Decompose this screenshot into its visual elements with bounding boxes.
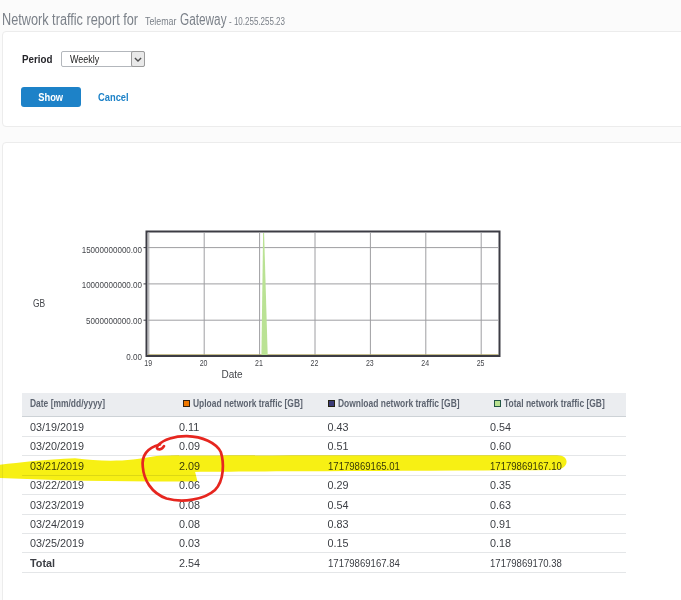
svg-text:20: 20 [200,358,208,368]
svg-text:24: 24 [421,358,429,368]
svg-text:23: 23 [366,358,374,368]
svg-text:15000000000.00: 15000000000.00 [82,245,142,255]
svg-text:21: 21 [255,358,263,368]
svg-text:10000000000.00: 10000000000.00 [82,280,142,290]
svg-text:Date: Date [221,369,243,380]
svg-text:5000000000.00: 5000000000.00 [86,316,142,326]
svg-text:22: 22 [311,358,319,368]
svg-text:GB: GB [33,297,45,309]
svg-text:25: 25 [477,358,485,368]
svg-text:19: 19 [144,358,152,368]
svg-text:0.00: 0.00 [126,352,142,362]
